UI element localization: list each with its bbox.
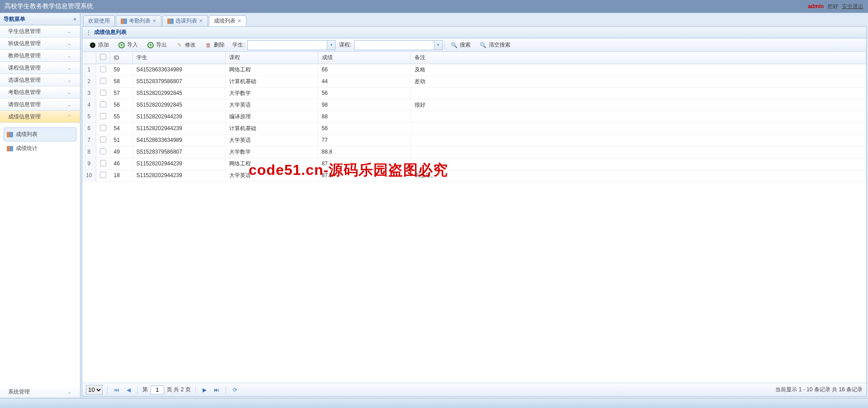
table-row[interactable]: 9 46 S11528202944239 网络工程 87 — [82, 158, 866, 169]
chevron-down-icon: ⌄ — [67, 29, 71, 34]
cell-score: 44 — [318, 75, 410, 87]
sidebar-item-1[interactable]: 班级信息管理⌄ — [0, 38, 80, 50]
table-row[interactable]: 1 59 S41528633634989 网络工程 66 及格 — [82, 64, 866, 75]
row-checkbox[interactable] — [100, 125, 106, 131]
cell-student: S11528202944239 — [132, 169, 225, 181]
export-button[interactable]: + 导出 — [143, 39, 171, 51]
edit-button[interactable]: ✎ 修改 — [172, 39, 200, 51]
page-input[interactable] — [151, 385, 164, 394]
cell-remark: 很好 — [410, 99, 866, 111]
col-header-6[interactable]: 备注 — [410, 52, 866, 64]
cell-course: 编译原理 — [225, 111, 318, 122]
table-row[interactable]: 6 54 S11528202944239 计算机基础 56 — [82, 122, 866, 134]
sidebar-item-3[interactable]: 课程信息管理⌄ — [0, 62, 80, 74]
export-icon: + — [147, 42, 154, 49]
row-checkbox[interactable] — [100, 101, 106, 108]
clear-search-button[interactable]: 🔍 清空搜索 — [476, 39, 514, 51]
row-checkbox[interactable] — [100, 113, 106, 119]
cell-score: 88 — [318, 111, 410, 122]
tab-1[interactable]: 考勤列表✕ — [116, 15, 161, 26]
col-header-5[interactable]: 成绩 — [318, 52, 410, 64]
row-checkbox[interactable] — [100, 89, 106, 96]
cell-score: 66 — [318, 64, 410, 75]
sidebar-item-label: 教师信息管理 — [8, 52, 41, 60]
table-row[interactable]: 8 49 S51528379586807 大学数学 88.8 — [82, 146, 866, 158]
row-checkbox[interactable] — [100, 160, 106, 166]
sidebar-item-label: 课程信息管理 — [8, 64, 41, 72]
row-checkbox[interactable] — [100, 148, 106, 155]
course-combo[interactable]: ▼ — [354, 40, 443, 50]
panel-header: ⋮ 成绩信息列表 — [82, 27, 866, 38]
select-all-checkbox[interactable] — [100, 54, 106, 60]
prev-page-button[interactable]: ◀ — [124, 385, 133, 394]
close-icon[interactable]: ✕ — [152, 18, 156, 24]
tab-0[interactable]: 欢迎使用 — [83, 15, 115, 26]
search-button[interactable]: 🔍 搜索 — [447, 39, 475, 51]
col-header-2[interactable]: ID — [110, 52, 132, 64]
sidebar-item-5[interactable]: 考勤信息管理⌄ — [0, 86, 80, 98]
add-button[interactable]: + 添加 — [85, 39, 113, 51]
sidebar-item-system[interactable]: 系统管理 ⌄ — [0, 386, 80, 398]
nav-sub-item-0[interactable]: 成绩列表 — [4, 127, 76, 141]
cell-remark: 差劲 — [410, 75, 866, 87]
chevron-down-icon: ⌄ — [67, 389, 71, 394]
trash-icon: 🗑 — [205, 42, 212, 49]
cell-course: 网络工程 — [225, 64, 318, 75]
sidebar-item-label: 成绩信息管理 — [8, 113, 41, 121]
cell-course: 大学数学 — [225, 146, 318, 158]
cell-score: 98 — [318, 99, 410, 111]
close-icon[interactable]: ✕ — [199, 18, 203, 24]
book-icon — [7, 132, 13, 137]
last-page-button[interactable]: ⏭ — [212, 385, 221, 394]
col-header-3[interactable]: 学生 — [132, 52, 225, 64]
import-button[interactable]: + 导入 — [114, 39, 142, 51]
row-checkbox[interactable] — [100, 78, 106, 84]
logout-link[interactable]: 安全退出 — [842, 3, 863, 10]
chevron-down-icon[interactable]: ▼ — [434, 41, 442, 50]
table-row[interactable]: 4 56 S51528202992845 大学英语 98 很好 — [82, 99, 866, 111]
chevron-down-icon[interactable]: ▼ — [327, 41, 335, 50]
sidebar-item-2[interactable]: 教师信息管理⌄ — [0, 50, 80, 62]
col-header-4[interactable]: 课程 — [225, 52, 318, 64]
row-checkbox[interactable] — [100, 136, 106, 143]
page-size-select[interactable]: 10 — [86, 385, 103, 395]
first-page-button[interactable]: ⏮ — [112, 385, 121, 394]
current-user: admin — [808, 3, 824, 9]
table-row[interactable]: 2 58 S51528379586807 计算机基础 44 差劲 — [82, 75, 866, 87]
cell-score: 88.8 — [318, 146, 410, 158]
cell-remark — [410, 158, 866, 169]
table-row[interactable]: 3 57 S51528202992845 大学数学 56 — [82, 87, 866, 99]
collapse-icon[interactable]: « — [73, 16, 76, 22]
sidebar-item-label: 学生信息管理 — [8, 28, 41, 35]
next-page-button[interactable]: ▶ — [200, 385, 209, 394]
table-row[interactable]: 7 51 S41528633634989 大学英语 77 — [82, 134, 866, 146]
cell-score: 87.5 — [318, 169, 410, 181]
book-icon — [7, 146, 13, 151]
cell-id: 54 — [110, 122, 132, 134]
col-header-1[interactable] — [96, 52, 110, 64]
student-filter-label: 学生: — [232, 41, 245, 49]
cell-remark — [410, 146, 866, 158]
row-number: 2 — [82, 75, 96, 87]
tab-2[interactable]: 选课列表✕ — [162, 15, 208, 26]
sidebar-item-4[interactable]: 选课信息管理⌄ — [0, 74, 80, 86]
tab-3[interactable]: 成绩列表✕ — [209, 15, 246, 26]
cell-course: 大学数学 — [225, 87, 318, 99]
delete-button[interactable]: 🗑 删除 — [201, 39, 229, 51]
sidebar-item-7[interactable]: 成绩信息管理⌃ — [0, 111, 80, 123]
sidebar-item-6[interactable]: 请假信息管理⌄ — [0, 98, 80, 111]
sidebar-item-label: 请假信息管理 — [8, 101, 41, 108]
refresh-button[interactable]: ⟳ — [231, 385, 240, 394]
row-checkbox[interactable] — [100, 172, 106, 178]
table-row[interactable]: 10 18 S11528202944239 大学英语 87.5 中上等。 — [82, 169, 866, 181]
table-row[interactable]: 5 55 S11528202944239 编译原理 88 — [82, 111, 866, 122]
close-icon[interactable]: ✕ — [237, 18, 241, 24]
sidebar-item-0[interactable]: 学生信息管理⌄ — [0, 25, 80, 38]
student-combo[interactable]: ▼ — [247, 40, 335, 50]
nav-sub-item-1[interactable]: 成绩统计 — [4, 141, 76, 155]
cell-remark — [410, 122, 866, 134]
row-checkbox[interactable] — [100, 66, 106, 72]
greeting-text: 您好 — [827, 3, 838, 10]
row-number: 10 — [82, 169, 96, 181]
col-header-0[interactable] — [82, 52, 96, 64]
